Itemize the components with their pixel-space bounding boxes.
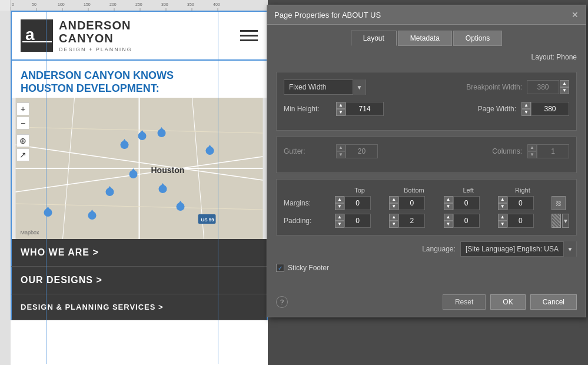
padding-left-down[interactable]: ▼ — [444, 221, 453, 228]
gutter-down: ▼ — [336, 151, 346, 158]
padding-left-spinner[interactable]: ▲▼ — [443, 214, 494, 228]
language-dropdown-arrow[interactable]: ▼ — [563, 241, 576, 257]
columns-down: ▼ — [527, 151, 537, 158]
help-icon[interactable]: ? — [276, 296, 288, 308]
min-height-input[interactable] — [346, 102, 384, 116]
padding-bottom-down[interactable]: ▼ — [389, 221, 398, 228]
layout-type-arrow[interactable]: ▼ — [353, 79, 366, 95]
map-locate[interactable]: ⊕ — [16, 134, 29, 147]
gutter-up: ▲ — [336, 144, 346, 151]
tab-options[interactable]: Options — [453, 31, 502, 46]
padding-top-input[interactable] — [344, 214, 371, 228]
hamburger-menu[interactable] — [240, 30, 258, 41]
padding-right-down[interactable]: ▼ — [498, 221, 507, 228]
logo-text: ANDERSON CANYON DESIGN + PLANNING — [59, 19, 132, 52]
margin-bottom-up[interactable]: ▲ — [389, 196, 398, 203]
padding-label: Padding: — [284, 217, 331, 225]
svg-text:a: a — [25, 25, 35, 44]
nav-item-who-we-are[interactable]: WHO WE ARE > — [11, 239, 268, 267]
min-height-spinner-btns[interactable]: ▲ ▼ — [336, 102, 346, 116]
margin-left-input[interactable] — [453, 196, 480, 210]
sticky-footer-checkbox[interactable]: ✓ — [276, 264, 284, 272]
min-height-spinner[interactable]: ▲ ▼ — [335, 102, 384, 116]
website-preview: 0 50 100 150 200 250 300 350 400 — [0, 0, 268, 365]
layout-type-dropdown[interactable]: Fixed Width ▼ — [284, 79, 366, 95]
columns-spinner: ▲ ▼ — [527, 144, 569, 158]
dialog-footer: ? Reset OK Cancel — [267, 290, 586, 317]
margin-top-input[interactable] — [344, 196, 371, 210]
margin-right-input[interactable] — [507, 196, 534, 210]
svg-text:Mapbox: Mapbox — [21, 230, 40, 235]
map-zoom-out[interactable]: − — [16, 117, 29, 130]
padding-bottom-spinner[interactable]: ▲▼ — [388, 214, 439, 228]
margin-left-down[interactable]: ▼ — [444, 203, 453, 210]
margins-row: Margins: ▲▼ ▲▼ ▲▼ ▲▼ ⛓ — [284, 196, 569, 210]
padding-right-input[interactable] — [507, 214, 534, 228]
gutter-spinner: ▲ ▼ — [335, 144, 378, 158]
margins-link-icon[interactable]: ⛓ — [552, 196, 566, 210]
height-width-row: Min Height: ▲ ▼ Page Width: ▲ ▼ — [284, 102, 569, 116]
padding-top-down[interactable]: ▼ — [335, 221, 344, 228]
dialog-close-button[interactable]: ✕ — [572, 10, 579, 19]
padding-bottom-input[interactable] — [398, 214, 425, 228]
tab-layout[interactable]: Layout — [351, 31, 397, 46]
page-width-input[interactable] — [531, 102, 569, 116]
margins-label: Margins: — [284, 199, 331, 207]
padding-pattern-arrow[interactable]: ▼ — [562, 214, 569, 228]
padding-top-spinner[interactable]: ▲▼ — [334, 214, 385, 228]
page-content: a ANDERSON CANYON DESIGN + PLANNING — [11, 11, 268, 320]
ruler-top: 0 50 100 150 200 250 300 350 400 — [0, 0, 268, 11]
columns-spinner-btns: ▲ ▼ — [527, 144, 537, 158]
ok-button[interactable]: OK — [490, 294, 525, 310]
reset-button[interactable]: Reset — [443, 294, 486, 310]
margin-top-down[interactable]: ▼ — [335, 203, 344, 210]
map-zoom-in[interactable]: + — [16, 102, 29, 115]
sticky-footer-row: ✓ Sticky Footer — [276, 264, 577, 272]
breakpoint-width-spinner: ▲ ▼ — [527, 80, 569, 94]
nav-item-our-designs[interactable]: OUR DESIGNS > — [11, 267, 268, 294]
ruler-left — [0, 0, 11, 365]
padding-right-spinner[interactable]: ▲▼ — [497, 214, 548, 228]
padding-right-up[interactable]: ▲ — [498, 214, 507, 221]
min-height-up[interactable]: ▲ — [336, 102, 346, 109]
cancel-button[interactable]: Cancel — [530, 294, 577, 310]
svg-text:250: 250 — [135, 2, 142, 6]
margin-bottom-input[interactable] — [398, 196, 425, 210]
page-width-up[interactable]: ▲ — [521, 102, 531, 109]
min-height-down[interactable]: ▼ — [336, 109, 346, 116]
map-container: US 59 — [11, 98, 268, 239]
tab-metadata[interactable]: Metadata — [398, 31, 452, 46]
layout-label: Layout: Phone — [267, 51, 586, 66]
margin-top-up[interactable]: ▲ — [335, 196, 344, 203]
map-share[interactable]: ↗ — [16, 148, 29, 161]
margin-right-up[interactable]: ▲ — [498, 196, 507, 203]
col-header-left: Left — [443, 187, 494, 194]
logo-sub: DESIGN + PLANNING — [59, 47, 132, 52]
padding-left-up[interactable]: ▲ — [444, 214, 453, 221]
padding-pattern-icon[interactable] — [552, 214, 561, 228]
page-width-spinner-btns[interactable]: ▲ ▼ — [521, 102, 531, 116]
margin-top-spinner[interactable]: ▲▼ — [334, 196, 385, 210]
hamburger-line — [240, 39, 258, 41]
margin-right-spinner[interactable]: ▲▼ — [497, 196, 548, 210]
padding-top-up[interactable]: ▲ — [335, 214, 344, 221]
margin-left-up[interactable]: ▲ — [444, 196, 453, 203]
nav-item-design-planning[interactable]: DESIGN & PLANNING SERVICES > — [11, 294, 268, 320]
gutter-spinner-btns: ▲ ▼ — [336, 144, 346, 158]
language-dropdown[interactable]: [Site Language] English: USA ▼ — [460, 241, 577, 257]
margin-bottom-down[interactable]: ▼ — [389, 203, 398, 210]
page-width-spinner[interactable]: ▲ ▼ — [521, 102, 569, 116]
margin-right-down[interactable]: ▼ — [498, 203, 507, 210]
svg-text:50: 50 — [32, 2, 36, 6]
col-header-top: Top — [334, 187, 385, 194]
hamburger-line — [240, 35, 258, 36]
padding-left-input[interactable] — [453, 214, 480, 228]
logo-icon: a — [21, 19, 53, 52]
margin-left-spinner[interactable]: ▲▼ — [443, 196, 494, 210]
margin-bottom-spinner[interactable]: ▲▼ — [388, 196, 439, 210]
page-width-down[interactable]: ▼ — [521, 109, 531, 116]
breakpoint-width-down: ▼ — [560, 87, 569, 94]
page-properties-dialog: Page Properties for ABOUT US ✕ Layout Me… — [267, 5, 586, 317]
svg-text:100: 100 — [58, 2, 65, 6]
padding-bottom-up[interactable]: ▲ — [389, 214, 398, 221]
